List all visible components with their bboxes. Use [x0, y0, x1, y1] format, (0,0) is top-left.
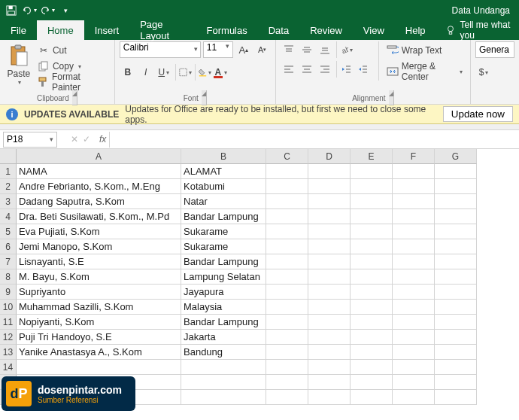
- cell[interactable]: [308, 360, 351, 375]
- cell[interactable]: Andre Febrianto, S.Kom., M.Eng: [17, 179, 181, 194]
- fx-icon[interactable]: fx: [99, 134, 106, 145]
- undo-button[interactable]: ▾: [21, 2, 38, 19]
- cell[interactable]: [181, 390, 266, 405]
- cell[interactable]: [435, 254, 477, 269]
- cell[interactable]: Malaysia: [181, 300, 266, 315]
- cell[interactable]: ALAMAT: [181, 164, 266, 179]
- underline-button[interactable]: U▾: [156, 64, 172, 81]
- cell[interactable]: Lampung Selatan: [181, 269, 266, 285]
- cell[interactable]: [393, 209, 435, 224]
- cell[interactable]: [393, 254, 435, 269]
- cell[interactable]: [308, 179, 351, 194]
- cell[interactable]: [435, 375, 477, 390]
- orientation-button[interactable]: ab▾: [336, 41, 353, 58]
- cell[interactable]: [351, 224, 393, 239]
- align-center-button[interactable]: [299, 61, 315, 78]
- cell[interactable]: [435, 164, 477, 179]
- cell[interactable]: [266, 224, 308, 239]
- cell[interactable]: [435, 390, 477, 405]
- cell[interactable]: [266, 269, 308, 285]
- cell[interactable]: [266, 390, 308, 405]
- cell[interactable]: [351, 285, 393, 300]
- column-header[interactable]: B: [181, 149, 266, 164]
- cell[interactable]: Bandar Lampung: [181, 209, 266, 224]
- cell[interactable]: [435, 285, 477, 300]
- cell[interactable]: [17, 360, 181, 375]
- cell[interactable]: [308, 345, 351, 360]
- cell[interactable]: [393, 360, 435, 375]
- cut-button[interactable]: ✂Cut: [36, 43, 110, 58]
- cell[interactable]: [266, 360, 308, 375]
- cell[interactable]: [308, 315, 351, 330]
- row-header[interactable]: 5: [0, 224, 17, 239]
- cell[interactable]: [351, 345, 393, 360]
- cell[interactable]: [435, 179, 477, 194]
- tab-formulas[interactable]: Formulas: [196, 20, 258, 40]
- cell[interactable]: [308, 375, 351, 390]
- cell[interactable]: [435, 300, 477, 315]
- column-header[interactable]: A: [17, 149, 181, 164]
- font-size-select[interactable]: 11▾: [203, 41, 233, 58]
- cell[interactable]: [393, 285, 435, 300]
- cell[interactable]: [435, 239, 477, 254]
- tab-insert[interactable]: Insert: [84, 20, 130, 40]
- cell[interactable]: Kotabumi: [181, 179, 266, 194]
- row-header[interactable]: 8: [0, 269, 17, 285]
- cell[interactable]: [308, 300, 351, 315]
- cell[interactable]: Eva Pujiati, S.Kom: [17, 224, 181, 239]
- cell[interactable]: [181, 360, 266, 375]
- font-name-select[interactable]: Calibri▾: [120, 41, 201, 58]
- paste-button[interactable]: Paste ▾: [5, 41, 33, 86]
- column-header[interactable]: F: [393, 149, 435, 164]
- cell[interactable]: [266, 300, 308, 315]
- cell[interactable]: [308, 330, 351, 345]
- cell[interactable]: [351, 194, 393, 209]
- tab-home[interactable]: Home: [37, 20, 84, 40]
- save-button[interactable]: [3, 2, 20, 19]
- row-header[interactable]: 9: [0, 285, 17, 300]
- cell[interactable]: [266, 209, 308, 224]
- cell[interactable]: [351, 375, 393, 390]
- cell[interactable]: [351, 360, 393, 375]
- row-header[interactable]: 4: [0, 209, 17, 224]
- cell[interactable]: Supriyanto: [17, 285, 181, 300]
- cell[interactable]: [351, 390, 393, 405]
- tab-review[interactable]: Review: [299, 20, 353, 40]
- cell[interactable]: [308, 390, 351, 405]
- align-bottom-button[interactable]: [317, 41, 333, 58]
- cell[interactable]: [308, 194, 351, 209]
- align-left-button[interactable]: [281, 61, 297, 78]
- row-header[interactable]: 11: [0, 315, 17, 330]
- cancel-formula-icon[interactable]: ✕: [71, 134, 78, 145]
- cell[interactable]: [351, 269, 393, 285]
- enter-formula-icon[interactable]: ✓: [83, 134, 90, 145]
- cell[interactable]: [351, 300, 393, 315]
- column-header[interactable]: G: [435, 149, 477, 164]
- cell[interactable]: [393, 239, 435, 254]
- cell[interactable]: [266, 375, 308, 390]
- align-top-button[interactable]: [281, 41, 297, 58]
- cell[interactable]: Natar: [181, 194, 266, 209]
- cell[interactable]: [351, 164, 393, 179]
- cell[interactable]: [393, 224, 435, 239]
- redo-button[interactable]: ▾: [39, 2, 56, 19]
- row-header[interactable]: 3: [0, 194, 17, 209]
- cell[interactable]: [435, 330, 477, 345]
- cell[interactable]: [351, 330, 393, 345]
- tab-data[interactable]: Data: [258, 20, 299, 40]
- cell[interactable]: [266, 194, 308, 209]
- cell[interactable]: [308, 239, 351, 254]
- cell[interactable]: [435, 269, 477, 285]
- merge-center-button[interactable]: Merge & Center▾: [384, 62, 466, 81]
- cell[interactable]: [266, 164, 308, 179]
- cell[interactable]: [308, 224, 351, 239]
- tell-me[interactable]: Tell me what you: [439, 20, 519, 40]
- cell[interactable]: [266, 345, 308, 360]
- row-header[interactable]: 12: [0, 330, 17, 345]
- cell[interactable]: [435, 360, 477, 375]
- tab-file[interactable]: File: [0, 20, 37, 40]
- cell[interactable]: [308, 254, 351, 269]
- cell[interactable]: [435, 194, 477, 209]
- decrease-font-button[interactable]: A▾: [254, 41, 271, 58]
- cell[interactable]: Dadang Saputra, S.Kom: [17, 194, 181, 209]
